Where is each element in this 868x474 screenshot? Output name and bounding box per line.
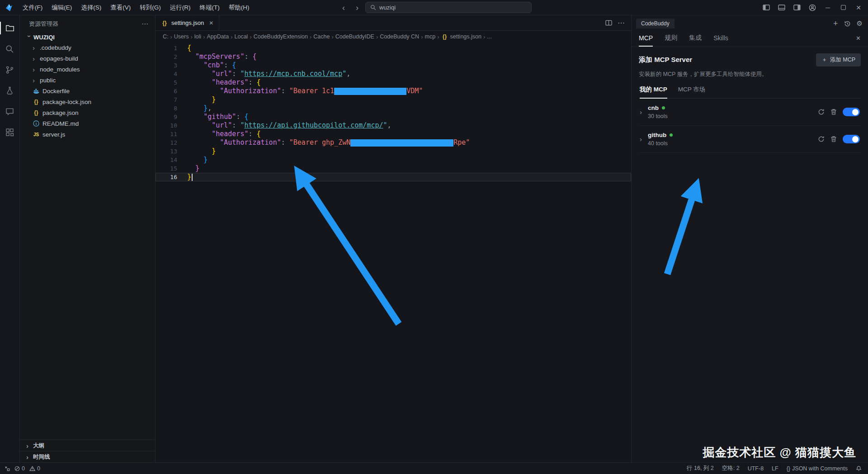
code-line[interactable]: 1{ <box>156 44 631 52</box>
split-editor-icon[interactable] <box>605 20 612 26</box>
warnings-indicator[interactable]: 0 <box>29 465 40 472</box>
file-row[interactable]: README.md <box>20 118 155 129</box>
code-line[interactable]: 13 } <box>156 147 631 156</box>
file-row[interactable]: Dockerfile <box>20 85 155 96</box>
chevron-right-icon[interactable]: › <box>640 109 644 115</box>
menu-item[interactable]: 文件(F) <box>18 2 47 14</box>
folder-row[interactable]: ›eopages-build <box>20 53 155 64</box>
tab-settings-json[interactable]: {} settings.json ✕ <box>156 15 219 30</box>
refresh-icon[interactable] <box>818 136 825 142</box>
close-button[interactable]: ✕ <box>852 2 865 14</box>
breadcrumb-item[interactable]: CodeBuddyExtension <box>254 33 308 40</box>
breadcrumb-item[interactable]: Local <box>234 33 248 40</box>
code-line[interactable]: 8 }, <box>156 104 631 113</box>
code-line[interactable]: 5 "headers": { <box>156 78 631 87</box>
add-mcp-button[interactable]: ＋ 添加 MCP <box>816 53 861 66</box>
menu-item[interactable]: 转到(G) <box>135 2 165 14</box>
code-line[interactable]: 16} <box>156 173 631 181</box>
history-back-button[interactable]: ‹ <box>338 2 349 13</box>
account-icon[interactable] <box>806 2 819 14</box>
history-icon[interactable] <box>844 20 851 27</box>
code-line[interactable]: 11 "headers": { <box>156 130 631 138</box>
trash-icon[interactable] <box>830 136 837 142</box>
new-chat-plus-icon[interactable]: + <box>833 19 838 28</box>
code-line[interactable]: 12 "Authorization": "Bearer ghp_ZwNRpe" <box>156 138 631 147</box>
explorer-icon[interactable] <box>0 19 20 37</box>
eol-setting[interactable]: LF <box>772 465 778 472</box>
project-root-row[interactable]: › WUZIQI <box>20 33 155 42</box>
menu-item[interactable]: 编辑(E) <box>47 2 76 14</box>
indentation-setting[interactable]: 空格: 2 <box>722 465 740 472</box>
code-line[interactable]: 4 "url": "https://mcp.cnb.cool/mcp", <box>156 70 631 78</box>
maximize-button[interactable] <box>836 2 850 14</box>
code-line[interactable]: 10 "url": "https://api.githubcopilot.com… <box>156 121 631 130</box>
outline-section[interactable]: › 大纲 <box>20 440 155 451</box>
codebuddy-chat-icon[interactable] <box>0 102 20 120</box>
test-flask-icon[interactable] <box>0 81 20 100</box>
breadcrumb-item[interactable]: AppData <box>207 33 229 40</box>
menu-item[interactable]: 查看(V) <box>106 2 135 14</box>
minimize-button[interactable]: ─ <box>821 2 835 14</box>
remote-window-icon[interactable] <box>5 466 10 471</box>
line-number: 14 <box>156 156 177 164</box>
source-control-icon[interactable] <box>0 61 20 79</box>
editor-group: {} settings.json ✕ ⋯ C:›Users›loli›AppDa… <box>156 15 631 462</box>
tab-规则[interactable]: 规则 <box>665 30 677 47</box>
refresh-icon[interactable] <box>818 109 825 115</box>
subtab[interactable]: 我的 MCP <box>640 85 667 99</box>
breadcrumb-item[interactable]: C: <box>163 33 169 40</box>
breadcrumb-item[interactable]: loli <box>194 33 201 40</box>
layout-panel-icon[interactable] <box>775 2 788 14</box>
code-line[interactable]: 15 } <box>156 164 631 173</box>
timeline-section[interactable]: › 时间线 <box>20 451 155 462</box>
layout-sidebar-right-icon[interactable] <box>790 2 804 14</box>
notifications-bell-icon[interactable] <box>856 465 862 471</box>
breadcrumb-item[interactable]: ... <box>487 33 491 40</box>
tab-集成[interactable]: 集成 <box>689 30 702 47</box>
code-line[interactable]: 14 } <box>156 156 631 164</box>
chevron-right-icon[interactable]: › <box>640 136 644 142</box>
file-row[interactable]: {}package-lock.json <box>20 96 155 107</box>
menu-item[interactable]: 帮助(H) <box>224 2 254 14</box>
folder-row[interactable]: ›.codebuddy <box>20 42 155 53</box>
explorer-more-actions-icon[interactable]: ⋯ <box>142 20 149 28</box>
menu-item[interactable]: 运行(R) <box>165 2 195 14</box>
mcp-enabled-toggle[interactable] <box>843 108 860 116</box>
tab-skills[interactable]: Skills <box>713 30 728 47</box>
folder-row[interactable]: ›public <box>20 75 155 85</box>
trash-icon[interactable] <box>830 109 837 115</box>
panel-close-icon[interactable]: ✕ <box>856 35 861 42</box>
cursor-position[interactable]: 行 16, 列 2 <box>687 465 714 472</box>
layout-sidebar-left-icon[interactable] <box>760 2 773 14</box>
code-line[interactable]: 9 "github": { <box>156 113 631 121</box>
encoding-setting[interactable]: UTF-8 <box>748 465 764 472</box>
code-line[interactable]: 7 } <box>156 95 631 104</box>
breadcrumb-item[interactable]: {}settings.json <box>441 33 481 40</box>
menu-item[interactable]: 终端(T) <box>195 2 224 14</box>
tab-close-icon[interactable]: ✕ <box>209 20 213 26</box>
errors-indicator[interactable]: 0 <box>14 465 25 472</box>
code-line[interactable]: 3 "cnb": { <box>156 61 631 70</box>
file-row[interactable]: JSserver.js <box>20 129 155 140</box>
folder-row[interactable]: ›node_modules <box>20 64 155 75</box>
editor-more-actions-icon[interactable]: ⋯ <box>618 19 625 27</box>
tab-mcp[interactable]: MCP <box>639 30 653 47</box>
extensions-icon[interactable] <box>0 123 20 141</box>
history-forward-button[interactable]: › <box>352 2 363 13</box>
code-line[interactable]: 2 "mcpServers": { <box>156 52 631 61</box>
language-mode[interactable]: {} JSON with Comments <box>787 465 848 472</box>
code-line[interactable]: 6 "Authorization": "Bearer 1c1VDM" <box>156 87 631 95</box>
menu-item[interactable]: 选择(S) <box>76 2 106 14</box>
breadcrumb-item[interactable]: CodeBuddyIDE <box>335 33 374 40</box>
breadcrumb-item[interactable]: Users <box>174 33 189 40</box>
code-editor[interactable]: 1{2 "mcpServers": {3 "cnb": {4 "url": "h… <box>156 43 631 462</box>
file-row[interactable]: {}package.json <box>20 107 155 118</box>
mcp-enabled-toggle[interactable] <box>843 135 860 143</box>
breadcrumb-item[interactable]: CodeBuddy CN <box>380 33 419 40</box>
subtab[interactable]: MCP 市场 <box>678 85 706 99</box>
search-sidebar-icon[interactable] <box>0 40 20 58</box>
breadcrumb-item[interactable]: mcp <box>425 33 436 40</box>
settings-gear-icon[interactable]: ⚙ <box>857 19 863 28</box>
search-input[interactable]: wuziqi <box>365 2 532 13</box>
breadcrumb-item[interactable]: Cache <box>313 33 330 40</box>
